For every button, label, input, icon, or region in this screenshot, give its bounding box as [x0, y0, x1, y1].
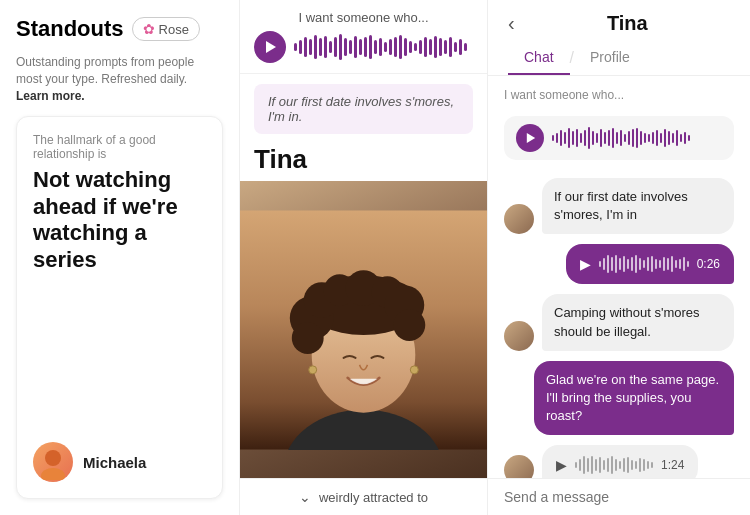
prompt-text: Not watching ahead if we're watching a s… — [33, 167, 206, 273]
message-avatar-3 — [504, 455, 534, 478]
message-row-sent-voice: ▶ — [504, 244, 734, 284]
message-row-received2: Camping without s'mores should be illega… — [504, 294, 734, 350]
user-row: Michaela — [33, 442, 206, 482]
received-waveform — [575, 455, 653, 475]
received-voice-message: ▶ — [542, 445, 698, 478]
chat-messages: I want someone who... — [488, 76, 750, 478]
svg-point-15 — [292, 322, 324, 354]
rose-badge[interactable]: ✿ Rose — [132, 17, 200, 41]
back-button[interactable]: ‹ — [508, 12, 515, 35]
prompt-label: The hallmark of a good relationship is — [33, 133, 206, 161]
svg-point-14 — [393, 309, 425, 341]
svg-point-1 — [41, 468, 65, 480]
voice-duration: 0:26 — [697, 257, 720, 271]
svg-point-16 — [309, 365, 317, 373]
received-voice-duration: 1:24 — [661, 458, 684, 472]
profile-photo — [240, 181, 487, 478]
profile-footer[interactable]: ⌄ weirdly attracted to — [240, 478, 487, 515]
svg-marker-2 — [266, 41, 276, 53]
standouts-title: Standouts — [16, 16, 124, 42]
chevron-down-icon: ⌄ — [299, 489, 311, 505]
chat-panel: ‹ Tina Chat / Profile I want someone who… — [488, 0, 750, 515]
message-row-received-voice: ▶ — [504, 445, 734, 478]
chat-audio-label: I want someone who... — [504, 88, 734, 102]
avatar — [33, 442, 73, 482]
message-bubble-sent: Glad we're on the same page. I'll bring … — [534, 361, 734, 436]
rose-icon: ✿ — [143, 21, 155, 37]
learn-more-link[interactable]: Learn more. — [16, 89, 85, 103]
svg-point-17 — [410, 365, 418, 373]
message-bubble-received: If our first date involves s'mores, I'm … — [542, 178, 734, 234]
message-bubble-received-2: Camping without s'mores should be illega… — [542, 294, 734, 350]
profile-audio-player — [254, 31, 473, 63]
rose-badge-label: Rose — [159, 22, 189, 37]
svg-marker-18 — [527, 133, 535, 143]
voice-play-icon[interactable]: ▶ — [580, 256, 591, 272]
prompt-card: The hallmark of a good relationship is N… — [16, 116, 223, 499]
message-row-sent-text: Glad we're on the same page. I'll bring … — [504, 361, 734, 436]
chat-tabs: Chat / Profile — [488, 35, 750, 76]
svg-point-0 — [45, 450, 61, 466]
chat-header: ‹ Tina — [488, 0, 750, 35]
tab-chat[interactable]: Chat — [508, 43, 570, 75]
chat-input[interactable] — [504, 489, 734, 505]
profile-audio-bar: I want someone who... — [240, 0, 487, 74]
voice-message: ▶ — [566, 244, 734, 284]
chat-waveform — [552, 126, 722, 150]
standouts-subtitle: Outstanding prompts from people most you… — [16, 54, 223, 104]
user-name: Michaela — [83, 454, 146, 471]
profile-footer-text: weirdly attracted to — [319, 490, 428, 505]
profile-audio-label: I want someone who... — [254, 10, 473, 25]
chat-title: Tina — [525, 12, 730, 35]
chat-audio-player — [504, 116, 734, 160]
standouts-header: Standouts ✿ Rose — [16, 16, 223, 42]
profile-name: Tina — [240, 134, 487, 181]
profile-waveform — [294, 33, 473, 61]
profile-panel: I want someone who... — [240, 0, 488, 515]
message-avatar-2 — [504, 321, 534, 351]
profile-quote: If our first date involves s'mores, I'm … — [254, 84, 473, 134]
message-avatar — [504, 204, 534, 234]
standouts-panel: Standouts ✿ Rose Outstanding prompts fro… — [0, 0, 240, 515]
voice-waveform — [599, 254, 689, 274]
profile-play-button[interactable] — [254, 31, 286, 63]
chat-play-button[interactable] — [516, 124, 544, 152]
received-play-icon[interactable]: ▶ — [556, 457, 567, 473]
tab-profile[interactable]: Profile — [574, 43, 646, 75]
chat-input-row — [488, 478, 750, 515]
message-row: If our first date involves s'mores, I'm … — [504, 178, 734, 234]
